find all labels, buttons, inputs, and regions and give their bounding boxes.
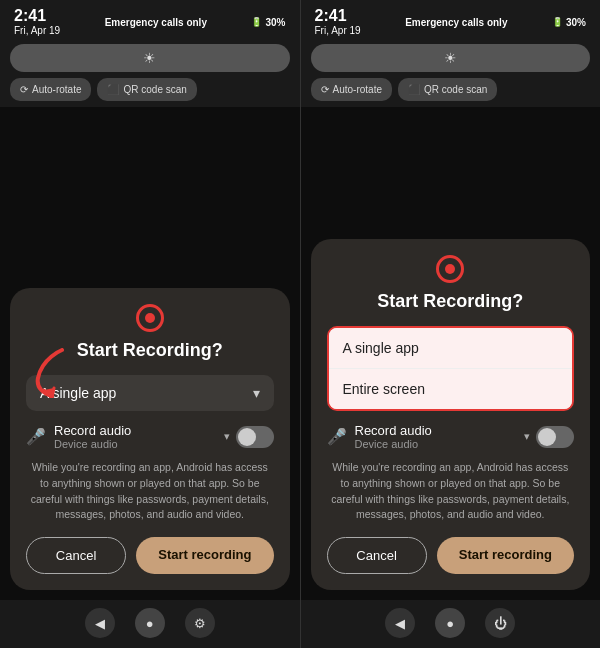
toggle-thumb-right — [538, 428, 556, 446]
power-icon-right: ⏻ — [494, 616, 507, 631]
record-audio-sublabel-right: Device audio — [355, 438, 432, 450]
qr-icon-right: ⬛ — [408, 84, 420, 95]
home-btn-left[interactable]: ● — [135, 608, 165, 638]
status-left-right: 2:41 Fri, Apr 19 — [315, 8, 361, 36]
auto-rotate-label-right: Auto-rotate — [333, 84, 382, 95]
status-bar-left: 2:41 Fri, Apr 19 Emergency calls only 🔋 … — [0, 0, 300, 40]
battery-left: 🔋 30% — [251, 17, 285, 28]
record-dot-left — [136, 304, 164, 332]
toggle-down-icon-right: ▾ — [524, 430, 530, 443]
auto-rotate-tile-left[interactable]: ⟳ Auto-rotate — [10, 78, 91, 101]
qr-icon-left: ⬛ — [107, 84, 119, 95]
brightness-bar-right[interactable]: ☀ — [311, 44, 591, 72]
qr-label-right: QR code scan — [424, 84, 487, 95]
dialog-right: Start Recording? A single app Entire scr… — [311, 239, 591, 590]
bottom-nav-left: ◀ ● ⚙ — [0, 600, 300, 648]
home-icon-left: ● — [146, 616, 154, 631]
dropdown-arrow-left: ▾ — [253, 385, 260, 401]
arrow-svg-left — [34, 348, 70, 398]
btn-row-right: Cancel Start recording — [327, 537, 575, 574]
qs-tiles-left: ⟳ Auto-rotate ⬛ QR code scan — [10, 78, 290, 101]
arrow-indicator-left — [34, 348, 70, 402]
quick-settings-left: ☀ ⟳ Auto-rotate ⬛ QR code scan — [0, 40, 300, 107]
auto-rotate-tile-right[interactable]: ⟳ Auto-rotate — [311, 78, 392, 101]
warning-text-left: While you're recording an app, Android h… — [26, 460, 274, 523]
record-audio-labels-right: Record audio Device audio — [355, 423, 432, 450]
qs-tiles-right: ⟳ Auto-rotate ⬛ QR code scan — [311, 78, 591, 101]
back-icon-left: ◀ — [95, 616, 105, 631]
toggle-down-icon-left: ▾ — [224, 430, 230, 443]
record-icon-container-left — [26, 304, 274, 332]
qr-label-left: QR code scan — [123, 84, 186, 95]
date-right: Fri, Apr 19 — [315, 25, 361, 36]
brightness-icon-right: ☀ — [444, 50, 457, 66]
qr-tile-right[interactable]: ⬛ QR code scan — [398, 78, 497, 101]
record-audio-label-right: Record audio — [355, 423, 432, 438]
toggle-right[interactable] — [536, 426, 574, 448]
auto-rotate-icon-left: ⟳ — [20, 84, 28, 95]
mic-icon-left: 🎤 — [26, 427, 46, 446]
record-dot-right — [436, 255, 464, 283]
date-left: Fri, Apr 19 — [14, 25, 60, 36]
recents-icon-left: ⚙ — [194, 616, 206, 631]
recents-btn-right[interactable]: ⏻ — [485, 608, 515, 638]
time-right: 2:41 — [315, 8, 361, 24]
dialog-overlay-left: Start Recording? A single app ▾ 🎤 Record… — [0, 107, 300, 600]
dialog-overlay-right: Start Recording? A single app Entire scr… — [301, 107, 601, 600]
record-audio-left-group: 🎤 Record audio Device audio — [26, 423, 131, 450]
brightness-bar-left[interactable]: ☀ — [10, 44, 290, 72]
record-dot-inner-right — [445, 264, 455, 274]
back-btn-right[interactable]: ◀ — [385, 608, 415, 638]
record-dot-inner-left — [145, 313, 155, 323]
mic-icon-right: 🎤 — [327, 427, 347, 446]
record-icon-container-right — [327, 255, 575, 283]
record-audio-row-right: 🎤 Record audio Device audio ▾ — [327, 423, 575, 450]
dropdown-item-entire-screen[interactable]: Entire screen — [329, 369, 573, 409]
battery-right: 🔋 30% — [552, 17, 586, 28]
toggle-row-left: ▾ — [224, 426, 274, 448]
emergency-text-left: Emergency calls only — [105, 17, 207, 28]
qr-tile-left[interactable]: ⬛ QR code scan — [97, 78, 196, 101]
start-recording-button-left[interactable]: Start recording — [136, 537, 273, 574]
record-audio-label-left: Record audio — [54, 423, 131, 438]
left-phone-panel: 2:41 Fri, Apr 19 Emergency calls only 🔋 … — [0, 0, 300, 648]
cancel-button-right[interactable]: Cancel — [327, 537, 427, 574]
toggle-left[interactable] — [236, 426, 274, 448]
right-phone-panel: 2:41 Fri, Apr 19 Emergency calls only 🔋 … — [301, 0, 601, 648]
home-btn-right[interactable]: ● — [435, 608, 465, 638]
back-btn-left[interactable]: ◀ — [85, 608, 115, 638]
dropdown-item-single-app[interactable]: A single app — [329, 328, 573, 369]
recents-btn-left[interactable]: ⚙ — [185, 608, 215, 638]
dropdown-open-right[interactable]: A single app Entire screen — [327, 326, 575, 411]
auto-rotate-label-left: Auto-rotate — [32, 84, 81, 95]
record-audio-labels-left: Record audio Device audio — [54, 423, 131, 450]
battery-pct-left: 30% — [265, 17, 285, 28]
record-audio-row-left: 🎤 Record audio Device audio ▾ — [26, 423, 274, 450]
dialog-title-right: Start Recording? — [327, 291, 575, 312]
record-audio-sublabel-left: Device audio — [54, 438, 131, 450]
back-icon-right: ◀ — [395, 616, 405, 631]
btn-row-left: Cancel Start recording — [26, 537, 274, 574]
start-recording-button-right[interactable]: Start recording — [437, 537, 574, 574]
quick-settings-right: ☀ ⟳ Auto-rotate ⬛ QR code scan — [301, 40, 601, 107]
toggle-row-right: ▾ — [524, 426, 574, 448]
status-bar-right: 2:41 Fri, Apr 19 Emergency calls only 🔋 … — [301, 0, 601, 40]
record-audio-right-group: 🎤 Record audio Device audio — [327, 423, 432, 450]
cancel-button-left[interactable]: Cancel — [26, 537, 126, 574]
dialog-left: Start Recording? A single app ▾ 🎤 Record… — [10, 288, 290, 590]
emergency-text-right: Emergency calls only — [405, 17, 507, 28]
home-icon-right: ● — [446, 616, 454, 631]
battery-pct-right: 30% — [566, 17, 586, 28]
brightness-icon-left: ☀ — [143, 50, 156, 66]
toggle-thumb-left — [238, 428, 256, 446]
warning-text-right: While you're recording an app, Android h… — [327, 460, 575, 523]
bottom-nav-right: ◀ ● ⏻ — [301, 600, 601, 648]
auto-rotate-icon-right: ⟳ — [321, 84, 329, 95]
time-left: 2:41 — [14, 8, 60, 24]
